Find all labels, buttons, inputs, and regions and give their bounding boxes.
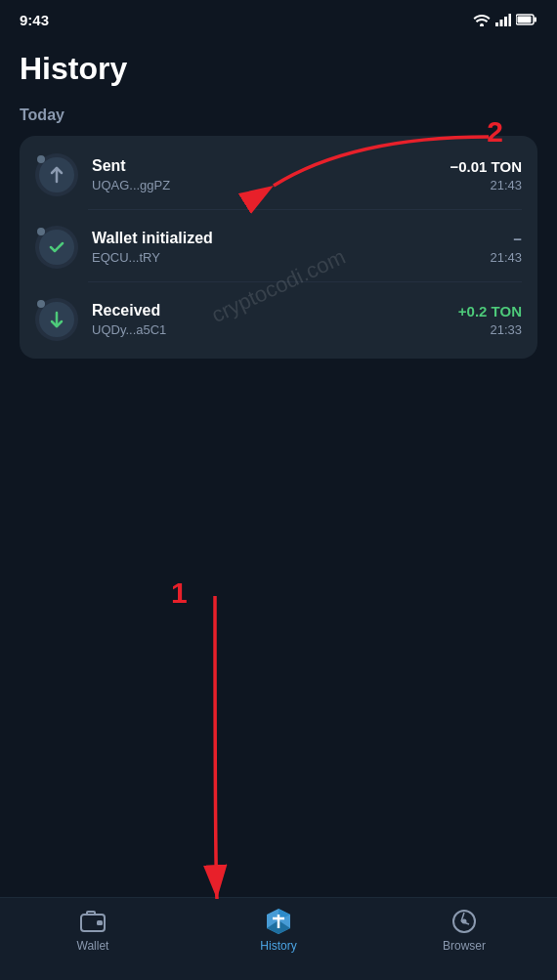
tx-icon-initialized — [35, 226, 78, 269]
signal-icon — [495, 14, 511, 26]
svg-rect-1 — [495, 22, 498, 26]
tx-name-initialized: Wallet initialized — [92, 230, 490, 247]
nav-icon-wallet — [79, 908, 107, 935]
svg-rect-2 — [500, 20, 503, 26]
page-title: History — [20, 51, 537, 87]
nav-item-browser[interactable]: Browser — [425, 908, 503, 953]
nav-label-browser: Browser — [443, 939, 486, 953]
tx-name-received: Received — [92, 302, 458, 320]
tx-amount-received: +0.2 TON — [458, 303, 522, 320]
arrow-down-icon — [49, 311, 64, 328]
svg-point-0 — [480, 23, 484, 26]
svg-point-20 — [462, 919, 467, 924]
nav-item-wallet[interactable]: Wallet — [54, 908, 132, 953]
tx-details-initialized: Wallet initialized EQCU...tRY — [92, 230, 490, 265]
annotation-arrow-1 — [156, 586, 283, 918]
browser-icon — [451, 909, 477, 934]
svg-rect-7 — [535, 18, 537, 22]
svg-rect-11 — [97, 920, 103, 925]
tx-icon-sent — [35, 153, 78, 196]
arrow-up-icon — [49, 166, 64, 184]
tx-time-received: 21:33 — [458, 322, 522, 337]
nav-icon-browser — [450, 908, 478, 935]
wifi-icon — [473, 14, 491, 26]
check-icon — [49, 240, 64, 254]
svg-rect-4 — [509, 14, 512, 26]
status-icons — [473, 14, 537, 26]
nav-label-wallet: Wallet — [77, 939, 109, 953]
tx-amount-block-initialized: − 21:43 — [490, 231, 522, 265]
status-time: 9:43 — [20, 12, 49, 28]
tx-details-received: Received UQDy...a5C1 — [92, 302, 458, 337]
status-bar: 9:43 — [0, 0, 557, 35]
wallet-icon — [80, 911, 106, 932]
svg-rect-3 — [504, 17, 507, 26]
nav-label-history: History — [260, 939, 296, 953]
tx-icon-received — [35, 298, 78, 341]
tx-amount-block-received: +0.2 TON 21:33 — [458, 303, 522, 337]
annotation-arrow-2 — [215, 127, 498, 225]
tx-amount-initialized: − — [490, 231, 522, 247]
transaction-received[interactable]: Received UQDy...a5C1 +0.2 TON 21:33 — [20, 284, 537, 355]
section-today: Today — [20, 107, 537, 124]
battery-icon — [516, 14, 537, 25]
tx-address-received: UQDy...a5C1 — [92, 322, 458, 337]
tx-address-initialized: EQCU...tRY — [92, 250, 490, 265]
tx-time-initialized: 21:43 — [490, 250, 522, 265]
svg-rect-6 — [518, 17, 532, 23]
